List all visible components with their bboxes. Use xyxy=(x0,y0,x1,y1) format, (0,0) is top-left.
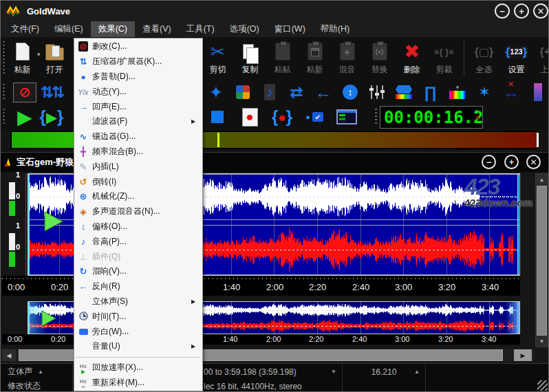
menu-item-mechanize[interactable]: ⊛机械化(Z)... xyxy=(74,189,202,204)
open-label: 打开 xyxy=(47,65,63,74)
menu-item-flanger[interactable]: ∿镶边器(G)... xyxy=(74,129,202,144)
menu-item-offset[interactable]: ↕偏移(O)... xyxy=(74,219,202,235)
echo-button[interactable]: ⇄ xyxy=(285,82,308,102)
menu-item-label: 压缩器/扩展器(K)... xyxy=(92,56,191,67)
doc-minimize-button[interactable]: − xyxy=(482,155,496,169)
menu-item-time[interactable]: 时间(T)... xyxy=(74,309,202,324)
vertical-scroll-thumb[interactable] xyxy=(537,186,547,336)
channel-swap-button[interactable]: ↔✕ xyxy=(499,82,523,102)
overview-playback-marker-icon[interactable] xyxy=(41,309,57,327)
minimize-button[interactable]: − xyxy=(495,3,510,19)
record-new-button[interactable]: ● xyxy=(238,107,261,127)
menubar-item-window[interactable]: 窗口(W) xyxy=(267,21,313,37)
vertical-scrollbar[interactable]: ▲ ▼ xyxy=(535,173,548,347)
delete-button[interactable]: ✖删除 xyxy=(396,39,427,78)
menu-item-reverb[interactable]: ↻混响(V)... xyxy=(74,264,202,279)
stop-button[interactable] xyxy=(206,107,229,127)
multichannel-mixer-icon: ◈ xyxy=(74,207,92,216)
menu-item-label: 多声道混音器(N)... xyxy=(92,206,191,217)
doppler-button[interactable]: ✦ xyxy=(204,82,228,102)
menu-item-echo[interactable]: →回声(E)... xyxy=(74,99,202,114)
reverse-button[interactable]: ← xyxy=(312,82,335,102)
maximize-button[interactable]: + xyxy=(514,3,529,19)
channel2-indicator[interactable] xyxy=(9,233,15,250)
close-button[interactable]: ✕ xyxy=(533,3,548,19)
spectrum-filter-button[interactable]: ▼ xyxy=(446,82,469,102)
equalizer-button[interactable] xyxy=(365,82,389,102)
position-cell[interactable]: 16.210 ▲ xyxy=(343,364,426,379)
open-button[interactable]: 打开 xyxy=(39,39,70,78)
monitor-button[interactable]: ●✔ xyxy=(303,107,326,127)
trim-button[interactable]: ×{ }×剪裁 xyxy=(429,39,460,78)
clipped-edge-button[interactable] xyxy=(526,82,549,102)
compressor-button[interactable]: ⇅⇅ xyxy=(40,82,63,102)
toolbar-grip[interactable] xyxy=(3,109,5,126)
menu-item-voice-over[interactable]: 旁白(W)... xyxy=(74,324,202,339)
menu-item-interpolate[interactable]: ✎内插(L) xyxy=(74,159,202,174)
doc-close-button[interactable]: ✕ xyxy=(526,155,541,169)
menu-item-label: 镶边器(G)... xyxy=(92,131,191,142)
copy-button[interactable]: 复制 xyxy=(235,39,266,78)
menu-item-frequency-blend[interactable]: ╋频率混合(B)... xyxy=(74,144,202,160)
undo-step-button[interactable]: {↶}上步 xyxy=(533,39,549,78)
menu-item-compressor-expander[interactable]: ⇅压缩器/扩展器(K)... xyxy=(74,54,202,69)
menu-item-dynamics[interactable]: Y/x动态(Y)... xyxy=(74,84,202,99)
resize-grip[interactable] xyxy=(537,380,548,391)
channel1-indicator[interactable] xyxy=(9,182,15,199)
control-window-button[interactable] xyxy=(335,107,358,127)
menu-item-multichannel-mixer[interactable]: ◈多声道混音器(N)... xyxy=(74,204,202,219)
paste-new-label: 粘新 xyxy=(307,65,323,74)
toolbar-grip[interactable] xyxy=(3,41,5,76)
paste-new-button[interactable]: 粘新 xyxy=(299,39,330,78)
replace-button[interactable]: {x}替换 xyxy=(364,39,395,78)
scroll-right-icon[interactable]: ▶ xyxy=(514,349,532,361)
doc-maximize-button[interactable]: + xyxy=(504,155,519,169)
scroll-left-icon[interactable]: ◀ xyxy=(2,349,16,361)
menu-item-playback-rate[interactable]: Hz▶回放速率(X)... xyxy=(74,360,202,375)
select-all-button[interactable]: {▢}全选 xyxy=(469,39,499,78)
offset-button[interactable]: ↕ xyxy=(338,82,362,102)
menu-item-invert[interactable]: ↺倒转(I) xyxy=(74,174,202,189)
menu-item-volume[interactable]: 音量(U)▶ xyxy=(74,339,202,354)
paste-button[interactable]: 粘贴 xyxy=(267,39,298,78)
reverb-icon: ↻ xyxy=(74,267,92,276)
menu-item-doppler[interactable]: ●多普勒(D)... xyxy=(74,69,202,85)
menu-item-filter[interactable]: 滤波器(F)▶ xyxy=(74,114,202,129)
playback-marker-icon[interactable] xyxy=(43,210,64,232)
menu-item-stereo[interactable]: 立体声(S)▶ xyxy=(74,294,202,309)
play-selection-button[interactable]: {▶} xyxy=(40,107,63,127)
pitch-button[interactable]: ♪ xyxy=(258,82,281,102)
new-dropdown-arrow-icon[interactable]: ▾ xyxy=(37,51,41,58)
menu-item-resample[interactable]: Hz∞重新采样(M)... xyxy=(74,375,202,391)
scroll-down-icon[interactable]: ▼ xyxy=(536,336,548,347)
multichannel-mixer-button[interactable] xyxy=(231,82,255,102)
menu-item-label: 回声(E)... xyxy=(92,101,191,113)
channel-mode-cell[interactable]: 立体声 ▲ xyxy=(1,364,73,379)
mix-button[interactable]: +混音 xyxy=(332,39,363,78)
settings-button[interactable]: {123}设置 xyxy=(501,39,532,78)
toolbar-grip[interactable] xyxy=(3,84,5,100)
menubar-item-view[interactable]: 查看(V) xyxy=(135,21,179,37)
menubar-item-effect[interactable]: 效果(C) xyxy=(91,21,135,37)
menu-item-reverse[interactable]: ←反向(R) xyxy=(74,279,202,294)
play-button[interactable]: ▶ xyxy=(13,107,36,127)
record-selection-button[interactable]: {●} xyxy=(270,107,294,127)
menubar-item-edit[interactable]: 编辑(E) xyxy=(47,21,91,37)
menubar-item-options[interactable]: 选项(O) xyxy=(222,21,267,37)
menu-item-pitch[interactable]: ♪音高(P)... xyxy=(74,234,202,249)
menubar-item-help[interactable]: 帮助(H) xyxy=(313,21,357,37)
settings-icon: {123} xyxy=(504,39,529,65)
paste-as-new-button[interactable]: 粘新 xyxy=(7,39,38,78)
menu-item-censor[interactable]: ⊘删改(C)... xyxy=(74,39,202,54)
menu-item-plugin[interactable]: ⊥插件(Q) xyxy=(74,249,202,264)
time-label: 2:40 xyxy=(352,335,367,343)
censor-button[interactable]: ⊘ xyxy=(13,82,36,102)
menubar-item-tool[interactable]: 工具(T) xyxy=(179,21,222,37)
menubar-item-file[interactable]: 文件(F) xyxy=(3,21,47,37)
scroll-up-icon[interactable]: ▲ xyxy=(536,174,548,185)
noise-gate-button[interactable]: ∏ xyxy=(419,82,442,102)
cut-button[interactable]: ✂剪切 xyxy=(202,39,233,78)
filter-button[interactable] xyxy=(392,82,416,102)
selection-arrow-icon: ▼ xyxy=(331,369,336,375)
silence-button[interactable]: ✶ xyxy=(473,82,496,102)
